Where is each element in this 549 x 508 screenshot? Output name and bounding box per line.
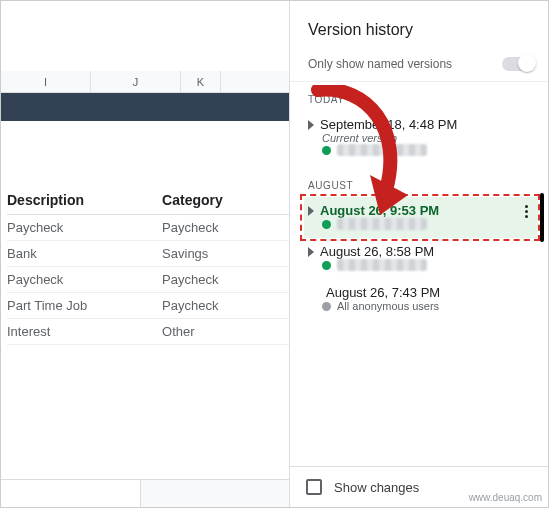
- expand-icon[interactable]: [308, 120, 314, 130]
- redacted-author: [337, 218, 427, 230]
- version-label: August 26, 7:43 PM: [326, 285, 440, 300]
- version-author: All anonymous users: [337, 300, 439, 312]
- show-changes-label: Show changes: [334, 480, 419, 495]
- table-row[interactable]: PaycheckPaycheck: [7, 267, 289, 293]
- expand-icon[interactable]: [308, 247, 314, 257]
- group-today: TODAY: [308, 94, 538, 105]
- named-versions-toggle[interactable]: [502, 57, 534, 71]
- redacted-author: [337, 259, 427, 271]
- spreadsheet-pane: I J K Description Category PaycheckPaych…: [1, 1, 290, 507]
- table-row[interactable]: BankSavings: [7, 241, 289, 267]
- toggle-label: Only show named versions: [308, 57, 452, 71]
- version-history-panel: Version history Only show named versions…: [290, 1, 548, 507]
- selection-marker: [540, 193, 544, 242]
- col-description[interactable]: Description: [7, 186, 162, 215]
- watermark: www.deuaq.com: [469, 492, 542, 503]
- sheet-tab-bar: [1, 479, 289, 507]
- version-item-current[interactable]: September 18, 4:48 PM Current version: [308, 111, 538, 164]
- expand-icon[interactable]: [308, 206, 314, 216]
- more-options-button[interactable]: [525, 205, 528, 218]
- column-header-j[interactable]: J: [91, 71, 181, 92]
- data-table: Description Category PaycheckPaycheck Ba…: [7, 186, 289, 345]
- column-header-i[interactable]: I: [1, 71, 91, 92]
- table-row[interactable]: PaycheckPaycheck: [7, 215, 289, 241]
- version-item[interactable]: August 26, 8:58 PM: [308, 238, 538, 279]
- table-row[interactable]: InterestOther: [7, 319, 289, 345]
- col-category[interactable]: Category: [162, 186, 289, 215]
- group-august: AUGUST: [308, 180, 538, 191]
- version-item[interactable]: August 26, 7:43 PM All anonymous users: [308, 279, 538, 320]
- header-row-dark: [1, 93, 289, 121]
- table-row[interactable]: Part Time JobPaycheck: [7, 293, 289, 319]
- version-sub: Current version: [322, 132, 534, 144]
- sheet-tab[interactable]: [1, 480, 141, 507]
- panel-title: Version history: [290, 1, 548, 51]
- show-changes-checkbox[interactable]: [306, 479, 322, 495]
- column-header-k[interactable]: K: [181, 71, 221, 92]
- redacted-author: [337, 144, 427, 156]
- version-label: September 18, 4:48 PM: [320, 117, 457, 132]
- version-label: August 26, 9:53 PM: [320, 203, 439, 218]
- column-header-row: I J K: [1, 71, 289, 93]
- version-item-selected[interactable]: August 26, 9:53 PM: [304, 197, 538, 238]
- version-label: August 26, 8:58 PM: [320, 244, 434, 259]
